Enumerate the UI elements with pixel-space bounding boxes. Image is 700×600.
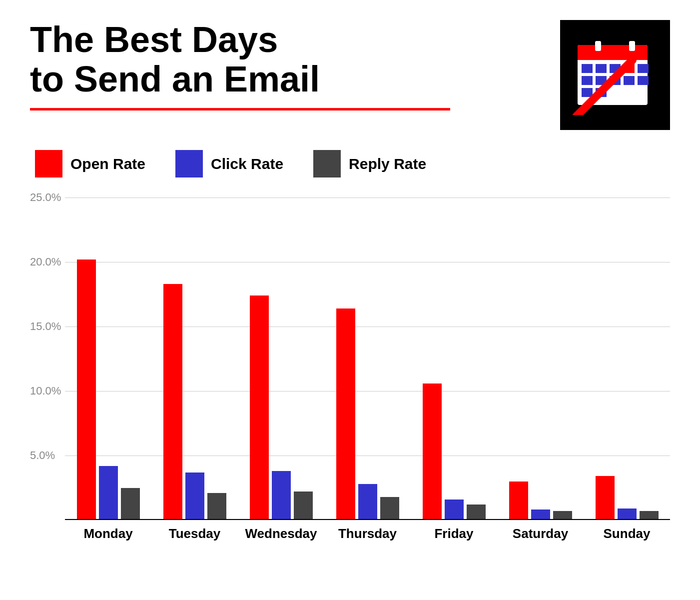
svg-rect-2 bbox=[578, 52, 648, 60]
svg-rect-15 bbox=[582, 88, 593, 97]
calendar-svg bbox=[573, 35, 658, 115]
bar-click-wednesday bbox=[272, 471, 291, 520]
bar-open-friday bbox=[423, 384, 442, 520]
svg-rect-4 bbox=[629, 41, 635, 51]
day-group-friday bbox=[411, 198, 497, 520]
svg-rect-6 bbox=[596, 64, 607, 73]
open-rate-label: Open Rate bbox=[70, 156, 145, 172]
bar-reply-monday bbox=[121, 488, 140, 520]
chart-area: 25.0% 20.0% 15.0% 10.0% 5.0% MondayTuesd… bbox=[30, 198, 670, 548]
y-label-10: 10.0% bbox=[30, 384, 61, 398]
bar-click-sunday bbox=[618, 508, 637, 520]
x-label-monday: Monday bbox=[65, 520, 151, 548]
day-group-sunday bbox=[584, 198, 670, 520]
bar-reply-friday bbox=[467, 504, 486, 520]
x-label-thursday: Thursday bbox=[324, 520, 411, 548]
y-label-25: 25.0% bbox=[30, 191, 61, 204]
y-label-15: 15.0% bbox=[30, 320, 61, 333]
x-label-saturday: Saturday bbox=[497, 520, 584, 548]
x-label-sunday: Sunday bbox=[584, 520, 670, 548]
svg-rect-13 bbox=[624, 76, 635, 85]
bar-reply-wednesday bbox=[294, 492, 313, 520]
bar-open-tuesday bbox=[163, 284, 182, 520]
y-label-20: 20.0% bbox=[30, 256, 61, 268]
reply-rate-swatch bbox=[313, 150, 341, 178]
click-rate-swatch bbox=[175, 150, 203, 178]
svg-rect-9 bbox=[638, 64, 649, 73]
x-label-friday: Friday bbox=[411, 520, 497, 548]
day-group-wednesday bbox=[238, 198, 324, 520]
click-rate-label: Click Rate bbox=[211, 156, 283, 172]
bar-click-tuesday bbox=[185, 472, 204, 520]
bar-open-monday bbox=[77, 260, 96, 520]
bar-open-wednesday bbox=[250, 296, 269, 520]
reply-rate-label: Reply Rate bbox=[349, 156, 426, 172]
bar-click-friday bbox=[445, 500, 464, 520]
legend-item-click: Click Rate bbox=[175, 150, 283, 178]
y-label-5: 5.0% bbox=[30, 449, 55, 462]
header: The Best Days to Send an Email bbox=[30, 20, 670, 130]
day-group-monday bbox=[65, 198, 151, 520]
svg-rect-5 bbox=[582, 64, 593, 73]
bar-open-sunday bbox=[596, 476, 615, 520]
bar-open-thursday bbox=[336, 308, 355, 520]
bar-reply-thursday bbox=[380, 497, 399, 520]
svg-rect-10 bbox=[582, 76, 593, 85]
x-label-wednesday: Wednesday bbox=[238, 520, 324, 548]
red-divider bbox=[30, 108, 450, 110]
y-axis: 25.0% 20.0% 15.0% 10.0% 5.0% bbox=[30, 198, 65, 520]
open-rate-swatch bbox=[35, 150, 62, 178]
page-title: The Best Days to Send an Email bbox=[30, 20, 560, 99]
bar-click-thursday bbox=[358, 484, 377, 520]
calendar-icon bbox=[560, 20, 670, 130]
bar-click-saturday bbox=[531, 510, 550, 520]
day-group-thursday bbox=[324, 198, 411, 520]
legend-item-open: Open Rate bbox=[35, 150, 145, 178]
day-group-saturday bbox=[497, 198, 584, 520]
page-container: The Best Days to Send an Email bbox=[0, 0, 700, 600]
day-group-tuesday bbox=[151, 198, 238, 520]
x-labels: MondayTuesdayWednesdayThursdayFridaySatu… bbox=[65, 520, 670, 548]
legend: Open Rate Click Rate Reply Rate bbox=[30, 150, 670, 178]
bar-click-monday bbox=[99, 466, 118, 520]
legend-item-reply: Reply Rate bbox=[313, 150, 426, 178]
bar-open-saturday bbox=[509, 482, 528, 520]
bar-reply-tuesday bbox=[207, 493, 226, 520]
x-label-tuesday: Tuesday bbox=[151, 520, 238, 548]
bars-container bbox=[65, 198, 670, 520]
title-block: The Best Days to Send an Email bbox=[30, 20, 560, 110]
svg-rect-3 bbox=[595, 41, 601, 51]
svg-rect-14 bbox=[638, 76, 649, 85]
